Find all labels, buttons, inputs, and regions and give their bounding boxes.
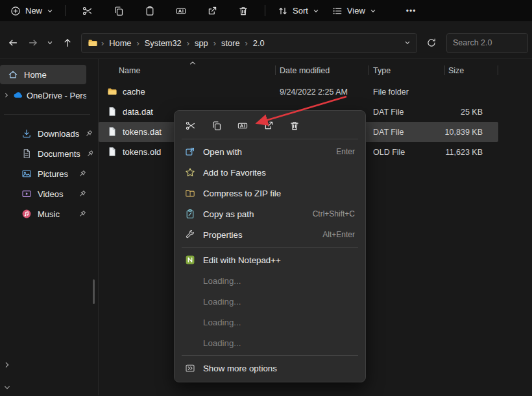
- paste-button[interactable]: [136, 2, 164, 19]
- rename-icon: [237, 121, 248, 131]
- breadcrumb-home[interactable]: Home: [104, 36, 136, 51]
- cut-menu-button[interactable]: [182, 117, 200, 135]
- more-options-button[interactable]: •••: [400, 2, 423, 19]
- rename-button[interactable]: [167, 2, 195, 19]
- file-type: DAT File: [373, 108, 404, 117]
- column-header-size[interactable]: Size: [448, 66, 464, 75]
- folder-icon: [88, 38, 98, 48]
- chevron-down-icon: [47, 40, 53, 46]
- sort-button[interactable]: Sort: [271, 2, 326, 19]
- sidebar-item-label: Music: [38, 209, 60, 219]
- copy-button[interactable]: [104, 2, 133, 19]
- column-header-name[interactable]: Name: [119, 66, 140, 75]
- sidebar-item-music[interactable]: Music: [0, 204, 93, 224]
- file-row-cache[interactable]: cache 9/24/2022 2:25 AM File folder: [99, 82, 532, 102]
- sidebar-item-documents[interactable]: Documents: [0, 144, 93, 163]
- menu-item-label: Loading...: [203, 297, 241, 307]
- menu-item-add-to-favorites[interactable]: Add to Favorites: [178, 162, 362, 183]
- menu-divider: [182, 355, 358, 356]
- menu-item-open-with[interactable]: Open with Enter: [178, 141, 362, 162]
- forward-button[interactable]: [23, 33, 43, 53]
- menu-item-loading-2: Loading...: [178, 291, 362, 312]
- view-button[interactable]: View: [326, 2, 383, 19]
- sidebar-item-label: OneDrive - Pers: [27, 91, 86, 100]
- up-button[interactable]: [57, 33, 77, 53]
- context-menu-icon-row: [178, 114, 362, 137]
- menu-item-show-more-options[interactable]: Show more options: [178, 358, 362, 379]
- menu-item-loading-1: Loading...: [178, 270, 362, 291]
- trash-icon: [289, 121, 300, 131]
- share-menu-button[interactable]: [260, 117, 278, 135]
- menu-item-label: Compress to ZIP file: [203, 189, 281, 198]
- sidebar-item-downloads[interactable]: Downloads: [0, 124, 93, 143]
- menu-item-label: Copy as path: [203, 209, 254, 219]
- menu-item-properties[interactable]: Properties Alt+Enter: [178, 224, 362, 245]
- search-input[interactable]: [453, 38, 522, 47]
- address-dropdown-button[interactable]: [404, 40, 411, 46]
- sidebar-scrollbar-thumb[interactable]: [93, 279, 95, 304]
- copy-icon: [212, 121, 222, 131]
- file-name: tokens.dat: [123, 127, 162, 137]
- file-size: 10,839 KB: [404, 128, 483, 137]
- file-type: OLD File: [373, 148, 405, 157]
- toolbar-divider: [66, 5, 66, 16]
- context-menu: Open with Enter Add to Favorites Compres…: [174, 110, 366, 382]
- sidebar-item-label: Downloads: [38, 129, 79, 139]
- sidebar-item-onedrive[interactable]: OneDrive - Pers: [0, 86, 86, 105]
- menu-shortcut: Alt+Enter: [322, 230, 355, 239]
- expand-chevron-down-icon[interactable]: [3, 384, 11, 391]
- placeholder-icon: [185, 338, 195, 348]
- file-size: 11,623 KB: [404, 148, 483, 157]
- cut-button[interactable]: [73, 2, 102, 19]
- delete-menu-button[interactable]: [285, 117, 304, 135]
- new-button-label: New: [25, 6, 42, 16]
- file-size: 25 KB: [404, 108, 483, 117]
- column-resize-handle[interactable]: [368, 65, 369, 75]
- breadcrumb-store[interactable]: store: [217, 36, 244, 51]
- refresh-button[interactable]: [421, 33, 441, 53]
- search-box: [446, 33, 528, 53]
- delete-button[interactable]: [229, 2, 258, 19]
- column-header-row: Name Date modified Type Size: [99, 59, 532, 82]
- expand-chevron-right-icon[interactable]: [3, 361, 11, 369]
- menu-shortcut: Ctrl+Shift+C: [313, 209, 355, 218]
- breadcrumb-2-0[interactable]: 2.0: [248, 36, 269, 51]
- column-resize-handle[interactable]: [275, 65, 276, 75]
- zip-folder-icon: [185, 188, 195, 198]
- rename-menu-button[interactable]: [234, 117, 252, 135]
- column-header-type[interactable]: Type: [373, 66, 391, 75]
- menu-item-edit-with-notepad-plus-plus[interactable]: Edit with Notepad++: [178, 250, 362, 270]
- new-button[interactable]: New: [4, 2, 60, 19]
- copy-menu-button[interactable]: [208, 117, 226, 135]
- ellipsis-icon: •••: [406, 6, 417, 16]
- folder-icon: [107, 86, 117, 97]
- onedrive-cloud-icon: [13, 90, 23, 100]
- sort-arrows-icon: [278, 6, 288, 16]
- menu-item-compress-to-zip[interactable]: Compress to ZIP file: [178, 183, 362, 204]
- share-icon: [207, 6, 217, 16]
- chevron-right-icon: [3, 92, 10, 99]
- file-type: File folder: [373, 87, 409, 97]
- sidebar-item-videos[interactable]: Videos: [0, 184, 93, 204]
- address-bar[interactable]: › Home › System32 › spp › store › 2.0: [81, 33, 417, 53]
- recent-locations-button[interactable]: [43, 33, 57, 53]
- sort-ascending-icon: [189, 61, 196, 65]
- breadcrumb-spp[interactable]: spp: [190, 36, 213, 51]
- menu-divider: [182, 247, 358, 248]
- breadcrumb-system32[interactable]: System32: [140, 36, 186, 51]
- column-resize-handle[interactable]: [498, 65, 498, 75]
- menu-item-loading-3: Loading...: [178, 312, 362, 332]
- sidebar-item-pictures[interactable]: Pictures: [0, 164, 93, 183]
- arrow-up-icon: [62, 38, 73, 48]
- column-header-date-modified[interactable]: Date modified: [280, 66, 330, 75]
- menu-item-copy-as-path[interactable]: Copy as path Ctrl+Shift+C: [178, 204, 362, 224]
- view-list-icon: [332, 6, 343, 16]
- notepad-plus-plus-icon: [185, 255, 195, 265]
- sidebar-item-home[interactable]: Home: [0, 65, 86, 84]
- placeholder-icon: [185, 296, 195, 307]
- menu-item-label: Loading...: [203, 338, 241, 348]
- share-button[interactable]: [198, 2, 226, 19]
- back-button[interactable]: [3, 33, 23, 53]
- plus-circle-icon: [10, 6, 21, 16]
- column-resize-handle[interactable]: [444, 65, 445, 75]
